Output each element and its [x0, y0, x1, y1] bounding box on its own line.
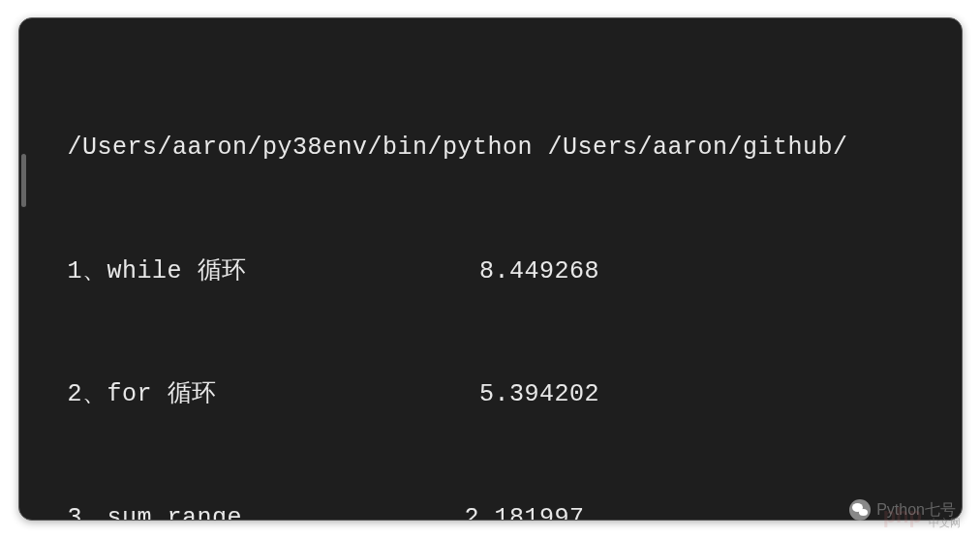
wechat-icon [849, 499, 871, 521]
result-value: 8.449268 [465, 252, 600, 293]
result-row: 1、while 循环 8.449268 [68, 252, 942, 293]
result-label: 2、for 循环 [68, 374, 465, 416]
terminal-output[interactable]: /Users/aaron/py38env/bin/python /Users/a… [19, 18, 962, 521]
result-label: 1、while 循环 [68, 252, 465, 293]
result-value: 5.394202 [465, 374, 600, 416]
result-label: 3、sum range [68, 498, 465, 522]
scroll-indicator[interactable] [21, 154, 26, 207]
result-row: 3、sum range2.181997 [68, 498, 942, 522]
terminal-window: /Users/aaron/py38env/bin/python /Users/a… [18, 17, 963, 521]
watermark-site-cn: 中文网 [929, 516, 961, 530]
command-line: /Users/aaron/py38env/bin/python /Users/a… [68, 128, 942, 169]
result-value: 2.181997 [465, 498, 585, 522]
result-row: 2、for 循环 5.394202 [68, 374, 942, 416]
watermark-site: php [883, 503, 922, 528]
